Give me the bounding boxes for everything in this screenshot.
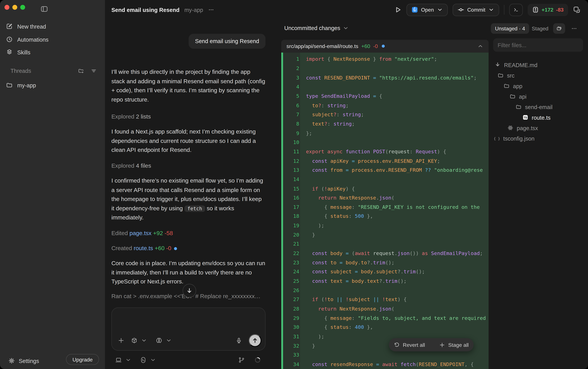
thread-menu-icon[interactable] bbox=[208, 7, 214, 13]
tree-item-tsconfig.json[interactable]: { }tsconfig.json bbox=[489, 133, 588, 144]
file-activity[interactable]: Edited page.tsx +92 -58 bbox=[111, 228, 173, 238]
chevron-down-icon[interactable] bbox=[141, 338, 147, 344]
new-folder-icon[interactable] bbox=[78, 68, 84, 74]
stage-all-button[interactable]: Stage all bbox=[437, 341, 471, 348]
diff-stats-button[interactable]: +172 -83 bbox=[528, 4, 568, 16]
tree-item-src[interactable]: src bbox=[489, 70, 588, 81]
line-number: 14 bbox=[283, 176, 299, 182]
git-branch-icon[interactable] bbox=[238, 357, 245, 363]
tree-item-label: src bbox=[507, 72, 515, 79]
line-number: 4 bbox=[283, 84, 299, 90]
folder-icon bbox=[504, 83, 510, 89]
new-window-icon[interactable] bbox=[573, 6, 580, 14]
open-button[interactable]: Open bbox=[406, 4, 448, 16]
diff-file-header[interactable]: src/app/api/send-email/route.ts +60 -0 bbox=[281, 40, 489, 52]
chevron-down-icon[interactable] bbox=[125, 357, 131, 363]
diff-panel: Uncommitted changes src/app/api/send-ema… bbox=[281, 20, 489, 369]
tab-staged[interactable]: Staged bbox=[532, 23, 548, 34]
line-number: 1 bbox=[283, 56, 299, 62]
paragraph-line: a server API route that calls Resend and… bbox=[111, 185, 269, 195]
text-segment: Created bbox=[111, 245, 134, 251]
thread-item-my-app[interactable]: my-app bbox=[6, 80, 99, 91]
unsaved-dot bbox=[382, 45, 384, 48]
diff-code-view: 1import { NextResponse } from "next/serv… bbox=[281, 52, 489, 369]
chevron-down-icon bbox=[437, 7, 443, 13]
revert-all-button[interactable]: Revert all bbox=[392, 341, 427, 348]
undo-icon bbox=[394, 342, 400, 348]
permissions-icon[interactable] bbox=[140, 357, 146, 363]
code-line: 33 bbox=[283, 350, 488, 359]
svg-text:{ }: { } bbox=[494, 136, 500, 141]
commit-button[interactable]: Commit bbox=[453, 4, 499, 16]
sidebar-item-new-thread[interactable]: New thread bbox=[6, 20, 99, 32]
code-text: { message: "Fields to, subject, and text… bbox=[299, 315, 486, 321]
sidebar-toggle-icon[interactable] bbox=[41, 5, 48, 13]
text-segment: Explored bbox=[111, 162, 136, 169]
file-link[interactable]: route.ts bbox=[134, 245, 153, 251]
diff-header-label: Uncommitted changes bbox=[284, 25, 340, 31]
upgrade-button[interactable]: Upgrade bbox=[66, 354, 99, 365]
send-button[interactable] bbox=[248, 334, 261, 347]
unsaved-dot bbox=[174, 247, 177, 250]
line-number: 13 bbox=[283, 167, 299, 173]
line-number: 5 bbox=[283, 93, 299, 99]
mic-icon[interactable] bbox=[236, 337, 242, 344]
model-icon[interactable] bbox=[131, 337, 137, 344]
line-number: 9 bbox=[283, 130, 299, 136]
tree-item-route.ts[interactable]: TSroute.ts bbox=[489, 112, 588, 123]
environment-icon[interactable] bbox=[115, 357, 122, 363]
explored-toggle[interactable]: Explored 4 files bbox=[111, 161, 151, 170]
explored-toggle[interactable]: Explored 2 lists bbox=[111, 112, 151, 121]
removed-count: -83 bbox=[556, 7, 564, 13]
reasoning-icon[interactable] bbox=[156, 337, 162, 344]
line-number: 6 bbox=[283, 102, 299, 108]
tree-item-app[interactable]: app bbox=[489, 81, 588, 91]
gear-icon bbox=[8, 357, 15, 364]
tree-item-README.md[interactable]: README.md bbox=[489, 60, 588, 70]
line-number: 33 bbox=[283, 352, 299, 358]
line-number: 11 bbox=[283, 148, 299, 154]
close-window-button[interactable] bbox=[5, 5, 10, 10]
collapse-file-icon[interactable] bbox=[477, 43, 484, 49]
settings-label: Settings bbox=[19, 358, 39, 364]
code-line: 25 const text = body.text?.trim(); bbox=[283, 276, 488, 286]
attach-icon[interactable] bbox=[118, 337, 124, 344]
sidebar-item-skills[interactable]: Skills bbox=[6, 47, 99, 58]
code-text: } bbox=[299, 232, 315, 238]
tab-unstaged[interactable]: Unstaged · 4 bbox=[491, 23, 529, 34]
code-line: 2 bbox=[283, 64, 488, 73]
line-number: 31 bbox=[283, 333, 299, 339]
tree-item-send-email[interactable]: send-email bbox=[489, 102, 588, 112]
filter-files-input[interactable] bbox=[493, 38, 583, 52]
settings-button[interactable]: Settings bbox=[8, 357, 39, 364]
terminal-button[interactable] bbox=[509, 4, 523, 16]
message-composer[interactable] bbox=[111, 308, 266, 350]
code-line: 10 bbox=[283, 138, 488, 147]
scroll-to-bottom-button[interactable] bbox=[183, 284, 196, 297]
uncommitted-changes-dropdown[interactable]: Uncommitted changes bbox=[284, 25, 349, 31]
file-link[interactable]: page.tsx bbox=[130, 230, 152, 236]
tree-item-api[interactable]: api bbox=[489, 91, 588, 102]
folder-icon bbox=[516, 104, 522, 110]
code-line: 11export async function POST(request: Re… bbox=[283, 147, 488, 156]
code-line: 26 bbox=[283, 286, 488, 295]
diff-file-path: src/app/api/send-email/route.ts bbox=[287, 43, 358, 49]
files-menu-button[interactable] bbox=[571, 23, 577, 34]
zoom-window-button[interactable] bbox=[20, 5, 25, 10]
file-activity[interactable]: Created route.ts +60 -0 bbox=[111, 244, 177, 253]
sidebar-item-automations[interactable]: Automations bbox=[6, 34, 99, 45]
code-line: 28 return NextResponse.json( bbox=[283, 304, 488, 313]
code-line: 27 if (!to || !subject || !text) { bbox=[283, 295, 488, 304]
collapse-folders-button[interactable] bbox=[553, 23, 565, 34]
chevron-down-icon[interactable] bbox=[166, 338, 172, 344]
assistant-paragraph: I confirmed there’s no existing email fl… bbox=[111, 176, 269, 222]
user-message: Send email using Resend bbox=[189, 34, 266, 49]
minimize-window-button[interactable] bbox=[12, 5, 17, 10]
tree-item-page.tsx[interactable]: page.tsx bbox=[489, 123, 588, 133]
run-icon[interactable] bbox=[394, 6, 402, 14]
text-segment: Edited bbox=[111, 230, 130, 236]
arrow-down-icon bbox=[186, 287, 193, 294]
chevron-down-icon[interactable] bbox=[150, 357, 156, 363]
filter-threads-icon[interactable] bbox=[91, 68, 97, 74]
code-text: type SendEmailPayload = { bbox=[299, 93, 382, 99]
